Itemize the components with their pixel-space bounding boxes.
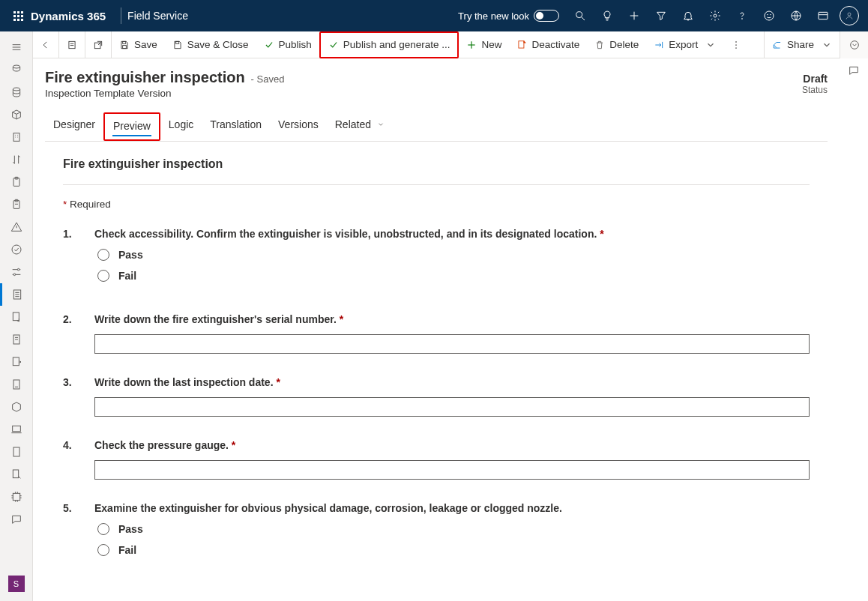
nav-stack-icon[interactable] — [0, 58, 33, 81]
nav-doc3-icon[interactable] — [0, 441, 33, 463]
gear-icon[interactable] — [702, 0, 729, 31]
nav-doc-arrow2-icon[interactable] — [0, 463, 33, 486]
try-new-look-label: Try the new look — [458, 10, 529, 22]
svg-rect-54 — [175, 41, 178, 43]
save-button[interactable]: Save — [112, 31, 165, 58]
nav-database-icon[interactable] — [0, 81, 33, 103]
nav-building-icon[interactable] — [0, 126, 33, 148]
app-launcher-icon[interactable] — [13, 11, 23, 21]
tab-versions[interactable]: Versions — [270, 112, 327, 141]
nav-chat-icon[interactable] — [0, 508, 33, 531]
radio-pass[interactable] — [97, 249, 109, 261]
question-text: Check accessibility. Confirm the extingu… — [94, 228, 810, 240]
publish-button[interactable]: Publish — [256, 31, 319, 58]
open-new-window-button[interactable] — [85, 31, 111, 58]
question-3: 3.Write down the last inspection date. * — [63, 376, 810, 417]
radio-fail[interactable] — [97, 270, 109, 282]
nav-plugin-icon[interactable] — [0, 486, 33, 508]
delete-button[interactable]: Delete — [587, 31, 646, 58]
svg-rect-43 — [12, 426, 20, 431]
nav-page-icon[interactable] — [0, 328, 33, 351]
tab-related[interactable]: Related — [327, 112, 393, 141]
text-input-q3[interactable] — [94, 397, 810, 417]
publish-generate-button[interactable]: Publish and generate ... — [319, 31, 459, 58]
tab-designer[interactable]: Designer — [45, 112, 103, 141]
status-label: Status — [802, 85, 828, 95]
globe-icon[interactable] — [783, 0, 810, 31]
deactivate-button[interactable]: Deactivate — [509, 31, 587, 58]
nav-page2-icon[interactable] — [0, 373, 33, 396]
search-icon[interactable] — [567, 0, 594, 31]
question-1: 1.Check accessibility. Confirm the extin… — [63, 228, 810, 291]
copilot-toggle[interactable] — [840, 31, 868, 58]
nav-settings2-icon[interactable] — [0, 261, 33, 283]
new-button[interactable]: New — [459, 31, 509, 58]
nav-document-list-icon[interactable] — [0, 283, 33, 306]
radio-label-pass: Pass — [118, 249, 143, 261]
nav-sort-icon[interactable] — [0, 148, 33, 171]
svg-rect-46 — [13, 470, 18, 478]
smiley-icon[interactable] — [756, 0, 783, 31]
question-number: 1. — [63, 228, 76, 291]
nav-clipboard2-icon[interactable] — [0, 193, 33, 216]
plus-icon[interactable] — [621, 0, 648, 31]
save-close-button[interactable]: Save & Close — [165, 31, 256, 58]
nav-s-badge[interactable]: S — [8, 576, 25, 592]
svg-point-6 — [765, 11, 774, 20]
tabs: Designer Preview Logic Translation Versi… — [45, 112, 828, 142]
required-legend: * Required — [63, 199, 810, 210]
side-chat-icon[interactable] — [848, 64, 860, 79]
record-set-button[interactable] — [59, 31, 85, 58]
radio-label-fail: Fail — [118, 544, 136, 556]
question-text: Check the pressure gauge. * — [94, 439, 810, 451]
svg-point-8 — [771, 14, 771, 15]
user-avatar[interactable] — [840, 6, 859, 25]
svg-rect-48 — [69, 41, 75, 48]
text-input-q4[interactable] — [94, 460, 810, 480]
lightbulb-icon[interactable] — [594, 0, 621, 31]
svg-point-60 — [735, 41, 737, 43]
back-button[interactable] — [33, 31, 58, 58]
nav-export-doc-icon[interactable] — [0, 351, 33, 373]
tab-preview[interactable]: Preview — [103, 112, 160, 141]
svg-rect-36 — [13, 312, 19, 321]
svg-rect-18 — [13, 133, 19, 142]
more-commands-button[interactable] — [723, 31, 749, 58]
tab-logic[interactable]: Logic — [160, 112, 202, 141]
radio-fail[interactable] — [97, 544, 109, 556]
nav-document-arrow-icon[interactable] — [0, 306, 33, 328]
panel-icon[interactable] — [810, 0, 837, 31]
question-number: 5. — [63, 502, 76, 565]
radio-pass[interactable] — [97, 523, 109, 535]
export-button[interactable]: Export — [646, 31, 723, 58]
nav-warning-icon[interactable] — [0, 216, 33, 238]
content-scroll[interactable]: Fire extinguisher inspection * Required … — [33, 144, 840, 600]
question-2: 2.Write down the fire extinguisher's ser… — [63, 313, 810, 354]
help-icon[interactable] — [729, 0, 756, 31]
nav-clipboard-icon[interactable] — [0, 171, 33, 193]
svg-rect-57 — [519, 40, 524, 47]
svg-point-31 — [13, 274, 16, 276]
nav-laptop-icon[interactable] — [0, 418, 33, 441]
svg-point-4 — [714, 14, 717, 17]
module-name[interactable]: Field Service — [127, 10, 188, 22]
nav-cube-icon[interactable] — [0, 103, 33, 126]
share-button[interactable]: Share — [765, 31, 840, 58]
filter-icon[interactable] — [648, 0, 675, 31]
svg-point-5 — [742, 19, 743, 19]
command-bar: Save Save & Close Publish Publish and ge… — [33, 31, 840, 58]
nav-check-circle-icon[interactable] — [0, 238, 33, 261]
try-new-look-toggle[interactable] — [534, 10, 559, 22]
record-subtitle: Inspection Template Version — [45, 88, 284, 99]
hamburger-icon[interactable] — [0, 36, 33, 58]
svg-point-29 — [12, 245, 21, 254]
app-title: Dynamics 365 — [31, 10, 106, 22]
svg-point-30 — [17, 268, 19, 271]
svg-point-62 — [735, 47, 737, 49]
divider — [63, 184, 810, 185]
text-input-q2[interactable] — [94, 334, 810, 354]
svg-point-0 — [576, 12, 582, 18]
tab-translation[interactable]: Translation — [202, 112, 270, 141]
nav-box-icon[interactable] — [0, 396, 33, 418]
bell-icon[interactable] — [675, 0, 702, 31]
